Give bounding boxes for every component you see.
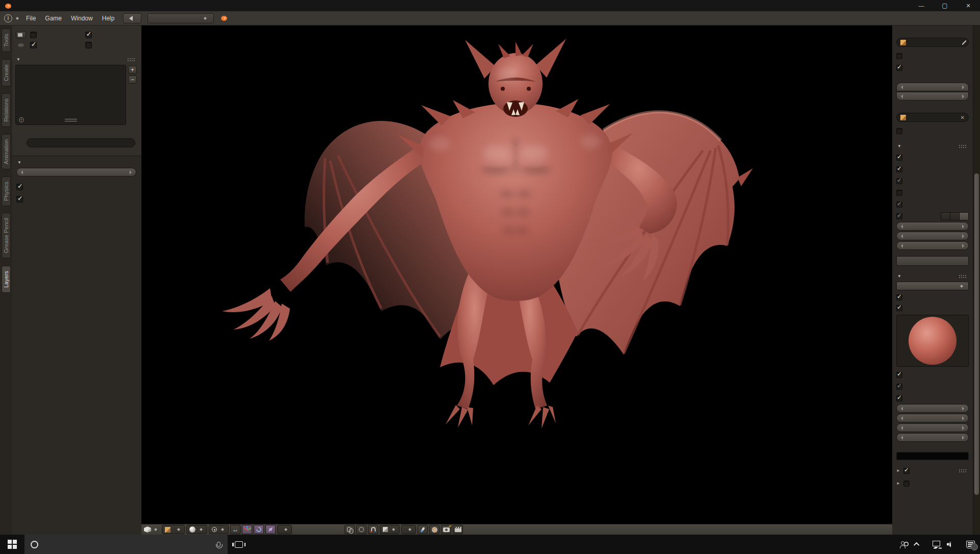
grid-floor-checkbox[interactable] bbox=[896, 213, 902, 219]
search-input[interactable] bbox=[43, 541, 212, 548]
panel-grip-icon[interactable] bbox=[959, 274, 967, 278]
panel-grip-icon[interactable] bbox=[959, 469, 967, 472]
options-checkbox[interactable] bbox=[30, 42, 37, 48]
render-border-checkbox[interactable] bbox=[896, 128, 902, 134]
decrement-arrow-icon[interactable] bbox=[899, 85, 903, 89]
clip-start-slider[interactable] bbox=[896, 83, 969, 91]
classic-checkbox[interactable] bbox=[30, 32, 37, 38]
lock-to-cursor-checkbox[interactable] bbox=[896, 53, 902, 59]
shading-panel-header[interactable] bbox=[897, 274, 969, 279]
clip-end-slider[interactable] bbox=[896, 92, 969, 100]
shelf-tab[interactable]: Tools bbox=[2, 29, 11, 52]
axis-x-button[interactable] bbox=[941, 212, 950, 220]
menu-item[interactable]: Help bbox=[97, 13, 119, 23]
add-group-button[interactable] bbox=[128, 66, 137, 74]
decrement-arrow-icon[interactable] bbox=[19, 170, 23, 174]
extend-checkbox[interactable] bbox=[16, 184, 23, 190]
local-camera-field[interactable] bbox=[896, 113, 969, 122]
clear-icon[interactable] bbox=[961, 115, 965, 120]
start-button[interactable] bbox=[0, 535, 24, 554]
panel-grip-icon[interactable] bbox=[959, 144, 967, 148]
increment-arrow-icon[interactable] bbox=[130, 170, 134, 174]
remove-group-button[interactable] bbox=[128, 75, 137, 84]
layers-panel-header[interactable] bbox=[17, 160, 136, 165]
scale-manipulator-button[interactable] bbox=[265, 525, 276, 534]
network-icon[interactable] bbox=[933, 541, 940, 546]
increment-arrow-icon[interactable] bbox=[962, 94, 966, 98]
shelf-tab[interactable]: Grease Pencil bbox=[2, 213, 11, 258]
resize-handle[interactable] bbox=[65, 119, 77, 121]
shelf-tab[interactable]: Animation bbox=[2, 134, 11, 169]
proportional-edit-button[interactable] bbox=[356, 525, 366, 534]
strength-slider[interactable] bbox=[896, 404, 969, 413]
manipulator-toggle[interactable] bbox=[230, 525, 240, 534]
panel-scrollbar[interactable] bbox=[973, 26, 980, 535]
snap-toggle-button[interactable] bbox=[368, 525, 378, 534]
viewport-3d[interactable] bbox=[141, 26, 892, 535]
increment-arrow-icon[interactable] bbox=[962, 85, 966, 89]
scrollbar-thumb[interactable] bbox=[974, 173, 979, 495]
panel-grip-icon[interactable] bbox=[127, 58, 135, 61]
ambient-occlusion-checkbox[interactable] bbox=[896, 395, 902, 401]
distance-slider[interactable] bbox=[896, 414, 969, 422]
eyedropper-icon[interactable] bbox=[962, 40, 966, 44]
people-icon[interactable] bbox=[900, 541, 909, 548]
samples-slider[interactable] bbox=[896, 433, 969, 442]
only-render-checkbox[interactable] bbox=[896, 155, 902, 161]
shelf-tab[interactable]: Relations bbox=[2, 93, 11, 127]
speaker-icon[interactable] bbox=[947, 541, 951, 547]
snap-element-select[interactable] bbox=[380, 525, 400, 534]
display-panel-header[interactable] bbox=[897, 144, 969, 148]
backface-culling-checkbox[interactable] bbox=[896, 372, 902, 378]
lock-camera-checkbox[interactable] bbox=[896, 65, 902, 71]
all-object-origins-checkbox[interactable] bbox=[896, 190, 902, 196]
prefix-icon-button[interactable] bbox=[16, 31, 26, 39]
rotate-manipulator-button[interactable] bbox=[254, 525, 264, 534]
subdivisions-slider[interactable] bbox=[896, 241, 969, 250]
decrement-arrow-icon[interactable] bbox=[899, 94, 903, 98]
background-images-header[interactable] bbox=[896, 477, 969, 490]
toggle-quad-view-button[interactable] bbox=[896, 256, 969, 266]
action-center-icon[interactable] bbox=[966, 541, 975, 548]
close-button[interactable] bbox=[957, 0, 980, 11]
shading-mode-select[interactable] bbox=[896, 282, 969, 290]
menu-item[interactable]: Game bbox=[40, 13, 66, 23]
background-images-checkbox[interactable] bbox=[903, 481, 910, 487]
back-to-previous-button[interactable] bbox=[123, 13, 141, 23]
relationship-lines-checkbox[interactable] bbox=[896, 202, 902, 208]
motion-tracking-header[interactable] bbox=[896, 464, 969, 477]
minimize-button[interactable] bbox=[910, 0, 933, 11]
outline-selected-checkbox[interactable] bbox=[896, 178, 902, 184]
matcap-preview[interactable] bbox=[896, 315, 969, 367]
toggle-checkbox[interactable] bbox=[16, 196, 23, 203]
layer-groups-header[interactable] bbox=[16, 57, 137, 62]
lock-to-scene-button[interactable] bbox=[345, 525, 355, 534]
editor-type-icon[interactable] bbox=[4, 14, 12, 22]
shelf-tab[interactable]: Create bbox=[2, 59, 11, 86]
group-name-field[interactable] bbox=[27, 138, 135, 147]
motion-tracking-checkbox[interactable] bbox=[903, 468, 910, 474]
vertex-sphere-button[interactable] bbox=[429, 525, 439, 534]
microphone-icon[interactable] bbox=[217, 542, 220, 547]
translate-manipulator-button[interactable] bbox=[242, 525, 252, 534]
depth-of-field-checkbox[interactable] bbox=[896, 384, 902, 390]
indices-checkbox[interactable] bbox=[85, 32, 92, 38]
attenuation-slider[interactable] bbox=[896, 423, 969, 432]
matcap-checkbox[interactable] bbox=[896, 305, 902, 311]
editor-type-icon[interactable] bbox=[144, 526, 151, 533]
taskbar-search[interactable] bbox=[24, 535, 228, 554]
number-slider[interactable] bbox=[16, 168, 136, 177]
hidden-icons-chevron[interactable] bbox=[914, 542, 919, 548]
maximize-button[interactable] bbox=[933, 0, 957, 11]
paint-brush-button[interactable] bbox=[418, 525, 428, 534]
snap-target-select[interactable] bbox=[401, 525, 416, 534]
world-background-checkbox[interactable] bbox=[896, 166, 902, 172]
viewport-shading-select[interactable] bbox=[186, 525, 207, 534]
shelf-tab[interactable]: Physics bbox=[2, 177, 11, 206]
add-icon[interactable] bbox=[19, 117, 24, 122]
lock-object-field[interactable] bbox=[896, 38, 969, 47]
lines-slider[interactable] bbox=[896, 222, 969, 231]
editor-type-arrows-icon[interactable] bbox=[16, 15, 19, 21]
textured-solid-checkbox[interactable] bbox=[896, 294, 902, 300]
menu-item[interactable]: Window bbox=[66, 13, 97, 23]
